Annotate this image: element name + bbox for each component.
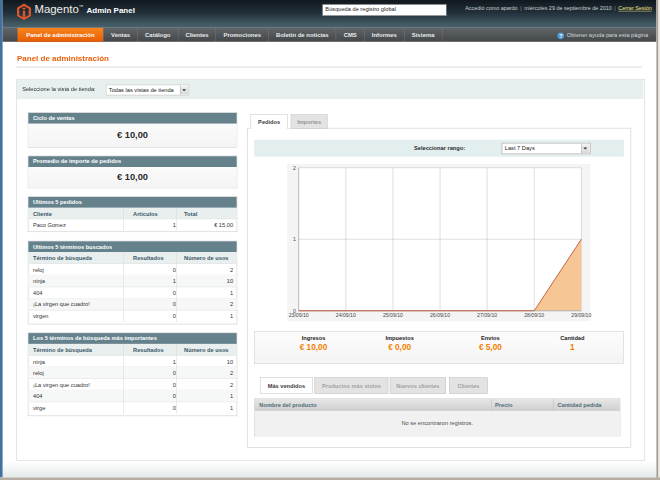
svg-text:25/09/10: 25/09/10 xyxy=(383,312,403,318)
svg-text:1: 1 xyxy=(293,236,296,242)
svg-text:28/09/10: 28/09/10 xyxy=(524,312,544,318)
svg-text:24/09/10: 24/09/10 xyxy=(336,312,356,318)
svg-text:26/09/10: 26/09/10 xyxy=(430,312,450,318)
svg-text:2: 2 xyxy=(293,165,296,171)
svg-text:23/09/10: 23/09/10 xyxy=(289,312,309,318)
svg-text:27/09/10: 27/09/10 xyxy=(477,312,497,318)
svg-text:29/09/10: 29/09/10 xyxy=(571,312,591,318)
